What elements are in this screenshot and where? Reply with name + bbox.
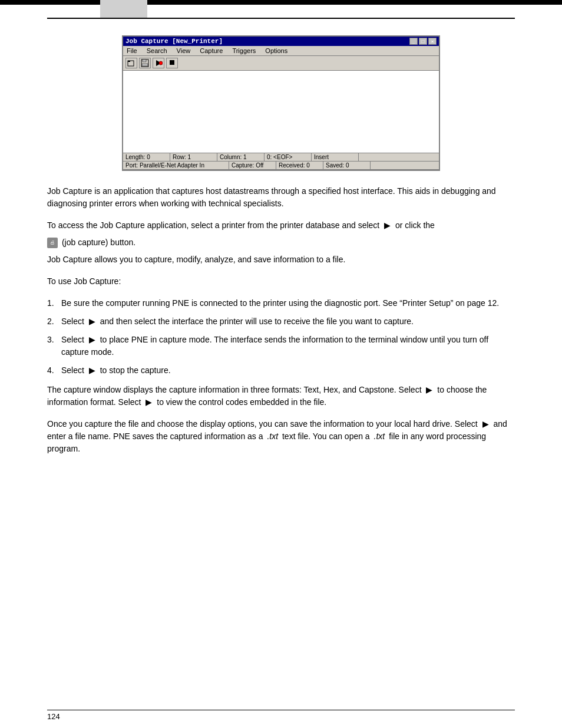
once-text-3: text file. You can open a [282, 431, 370, 441]
arrow-icon-5: ▶ [426, 385, 432, 394]
once-text-1: Once you capture the file and choose the… [47, 419, 478, 429]
step-2-num: 2. [47, 315, 61, 328]
status-port: Port: Parallel/E-Net Adapter In [123, 162, 229, 169]
step-3-content: Select ▶ to place PNE in capture mode. T… [61, 334, 515, 358]
step-4-select: Select [61, 365, 84, 375]
arrow-icon-7: ▶ [482, 419, 489, 429]
step-2-content: Select ▶ and then select the interface t… [61, 315, 515, 328]
step-1-num: 1. [47, 297, 61, 309]
once-text-filetype2: .txt [374, 431, 385, 441]
svg-point-6 [159, 61, 163, 65]
step-2: 2. Select ▶ and then select the interfac… [47, 315, 515, 328]
window-title: Job Capture [New_Printer] [125, 38, 223, 45]
app-window-screenshot: Job Capture [New_Printer] _ □ × File Sea… [122, 35, 440, 171]
window-statusbar: Length: 0 Row: 1 Column: 1 0: <EOF> Inse… [123, 153, 439, 170]
toolbar-save-button[interactable] [139, 58, 151, 68]
status-eof: 0: <EOF> [265, 153, 312, 161]
status-saved: Saved: 0 [323, 162, 371, 169]
step-3: 3. Select ▶ to place PNE in capture mode… [47, 334, 515, 358]
menu-search[interactable]: Search [146, 47, 168, 54]
status-received: Received: 0 [276, 162, 323, 169]
window-body[interactable] [123, 71, 439, 153]
menu-file[interactable]: File [125, 47, 138, 54]
window-controls[interactable]: _ □ × [409, 38, 437, 45]
step-4-num: 4. [47, 364, 61, 377]
page-top-bar [0, 0, 562, 5]
status-insert: Insert [312, 153, 359, 161]
step-4-content: Select ▶ to stop the capture. [61, 364, 515, 377]
toolbar-stop-button[interactable] [166, 58, 178, 68]
arrow-icon-4: ▶ [89, 365, 95, 375]
arrow-icon-6: ▶ [146, 397, 152, 407]
step-1-content: Be sure the computer running PNE is conn… [61, 297, 515, 309]
status-row: Row: 1 [170, 153, 217, 161]
toolbar-open-button[interactable] [125, 58, 137, 68]
bottom-rule [47, 710, 515, 710]
capture-text-1: The capture window displays the capture … [47, 385, 422, 394]
access-paragraph: To access the Job Capture application, s… [47, 219, 515, 232]
once-section: Once you capture the file and choose the… [47, 418, 515, 455]
step-3-select: Select [61, 335, 84, 344]
to-use-label: To use Job Capture: [47, 275, 515, 288]
arrow-icon-2: ▶ [89, 317, 95, 326]
once-paragraph: Once you capture the file and choose the… [47, 418, 515, 455]
once-text-filetype: .txt [267, 431, 278, 441]
step-1: 1. Be sure the computer running PNE is c… [47, 297, 515, 309]
status-row-1: Length: 0 Row: 1 Column: 1 0: <EOF> Inse… [123, 153, 439, 162]
window-toolbar [123, 56, 439, 71]
to-use-section: To use Job Capture: [47, 275, 515, 288]
access-text-start: To access the Job Capture application, s… [47, 220, 379, 230]
step-4-text: to stop the capture. [100, 365, 171, 375]
menu-options[interactable]: Options [264, 47, 289, 54]
status-column: Column: 1 [217, 153, 265, 161]
toolbar-record-button[interactable] [153, 58, 164, 68]
status-capture: Capture: Off [229, 162, 276, 169]
step-3-text: to place PNE in capture mode. The interf… [61, 335, 488, 357]
maximize-button[interactable]: □ [419, 38, 427, 45]
svg-rect-1 [128, 61, 130, 62]
page-tab [100, 0, 147, 18]
menu-view[interactable]: View [176, 47, 192, 54]
step-2-select: Select [61, 317, 84, 326]
capture-window-paragraph: The capture window displays the capture … [47, 384, 515, 409]
capture-window-section: The capture window displays the capture … [47, 384, 515, 409]
svg-rect-4 [142, 64, 148, 66]
arrow-icon-3: ▶ [89, 335, 95, 344]
close-button[interactable]: × [428, 38, 437, 45]
page-number: 124 [47, 712, 60, 721]
menu-capture[interactable]: Capture [199, 47, 224, 54]
step-2-text: and then select the interface the printe… [100, 317, 414, 326]
svg-rect-7 [170, 60, 174, 65]
svg-rect-3 [143, 60, 146, 62]
capture-text-3: to view the control codes embedded in th… [157, 397, 326, 407]
intro-paragraph: Job Capture is an application that captu… [47, 185, 515, 210]
window-titlebar: Job Capture [New_Printer] _ □ × [123, 37, 439, 46]
menu-triggers[interactable]: Triggers [231, 47, 257, 54]
access-paragraph-2: 🖨 (job capture) button. [47, 236, 515, 249]
arrow-icon-1: ▶ [384, 219, 391, 232]
step-3-num: 3. [47, 334, 61, 358]
window-menubar: File Search View Capture Triggers Option… [123, 46, 439, 56]
top-rule [47, 18, 515, 19]
status-length: Length: 0 [123, 153, 170, 161]
job-capture-icon: 🖨 [47, 238, 58, 248]
access-text-end: (job capture) button. [62, 238, 135, 247]
access-section: To access the Job Capture application, s… [47, 219, 515, 266]
minimize-button[interactable]: _ [409, 38, 418, 45]
steps-list: 1. Be sure the computer running PNE is c… [47, 297, 515, 377]
intro-section: Job Capture is an application that captu… [47, 185, 515, 210]
page-content: Job Capture [New_Printer] _ □ × File Sea… [47, 35, 515, 704]
allows-paragraph: Job Capture allows you to capture, modif… [47, 253, 515, 266]
step-4: 4. Select ▶ to stop the capture. [47, 364, 515, 377]
access-text-mid: or click the [395, 220, 435, 230]
status-row-2: Port: Parallel/E-Net Adapter In Capture:… [123, 162, 439, 170]
